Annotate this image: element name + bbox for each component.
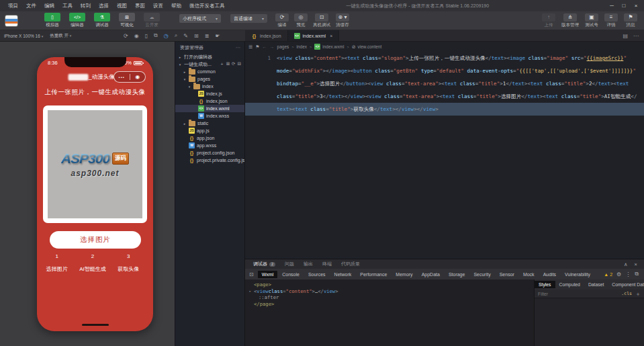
capsule-menu[interactable]: ••• ◉ — [113, 71, 146, 83]
devtools-tab-AppData[interactable]: AppData — [418, 271, 444, 278]
new-folder-icon[interactable]: ⊞ — [226, 61, 230, 67]
wxml-node[interactable]: <page> — [249, 282, 534, 288]
tree-item-project.private.config.js...[interactable]: {}project.private.config.js... — [175, 157, 244, 164]
toggle-云开发[interactable]: ☁云开发 — [142, 13, 162, 28]
styles-tab-Component Data[interactable]: Component Data — [608, 281, 644, 288]
devtools-tab-Performance[interactable]: Performance — [356, 271, 391, 278]
tree-item-project.config.json[interactable]: {}project.config.json — [175, 149, 244, 157]
menu-item-选择[interactable]: 选择 — [95, 1, 113, 11]
devtools-tab-Network[interactable]: Network — [330, 271, 356, 278]
maximize-icon[interactable]: □ — [618, 3, 629, 9]
choose-image-button[interactable]: 选择图片 — [50, 231, 141, 249]
devtools-tab-Console[interactable]: Console — [278, 271, 304, 278]
code-line[interactable]: mode="widthFix"></image><button class="g… — [245, 64, 644, 77]
tree-item-index.js[interactable]: JSindex.js — [175, 90, 244, 97]
layout-icon[interactable]: ≣ — [205, 33, 210, 39]
wxml-node[interactable]: ▸<view class="content">…</view> — [249, 288, 534, 295]
menu-item-工具[interactable]: 工具 — [58, 1, 77, 11]
expand-arrow-icon[interactable]: ▾ — [183, 77, 187, 81]
devtools-tab-Security[interactable]: Security — [469, 271, 494, 278]
bookmark-icon[interactable]: ⚑ — [255, 44, 259, 50]
menu-item-微信开发者工具[interactable]: 微信开发者工具 — [185, 1, 229, 11]
menu-icon[interactable]: ☰ — [248, 44, 252, 50]
pointer-icon[interactable]: ☛ — [215, 33, 220, 39]
expand-arrow-icon[interactable]: ▸ — [183, 122, 187, 126]
panel-tab-调试器[interactable]: 调试器2 — [249, 261, 279, 267]
panel-tab-代码质量[interactable]: 代码质量 — [337, 261, 364, 267]
menu-item-设置[interactable]: 设置 — [149, 1, 167, 11]
component-panel-icon[interactable]: ⊞ — [194, 33, 199, 39]
breadcrumb-item-index[interactable]: index — [297, 44, 308, 49]
filter-input[interactable] — [538, 292, 621, 296]
devtools-tab-Audits[interactable]: Audits — [539, 271, 560, 278]
详情-button[interactable]: ≡详情 — [604, 13, 618, 28]
code-editor[interactable]: 1<view class="content"><text class="slog… — [245, 52, 644, 259]
menu-item-编辑[interactable]: 编辑 — [40, 1, 58, 11]
tree-item-static[interactable]: ▸static — [175, 120, 244, 127]
gear-icon[interactable]: ⚙ — [616, 271, 621, 277]
devtools-tab-Sources[interactable]: Sources — [304, 271, 330, 278]
wxml-node[interactable]: ::after — [249, 294, 534, 301]
expand-arrow-icon[interactable]: ▾ — [187, 85, 191, 89]
expand-arrow-icon[interactable]: ▸ — [249, 288, 254, 295]
code-line[interactable]: class="title">3</text></view><view class… — [245, 90, 644, 103]
breadcrumb-item-pages[interactable]: pages — [277, 44, 289, 49]
hot-reload-toggle[interactable]: 热重载 开 ▾ — [50, 33, 71, 39]
menu-item-项目[interactable]: 项目 — [4, 1, 22, 11]
breadcrumb-item-view.content[interactable]: ⊘view.content — [352, 44, 382, 50]
restart-icon[interactable]: ⟳ — [124, 33, 128, 39]
tree-item-app.wxss[interactable]: Wapp.wxss — [175, 142, 244, 149]
new-file-icon[interactable]: ＋ — [220, 61, 224, 67]
panel-tab-问题[interactable]: 问题 — [281, 261, 298, 267]
wxml-tree[interactable]: <page>▸<view class="content">…</view>::a… — [245, 279, 534, 346]
close-icon[interactable]: × — [330, 34, 332, 38]
mode-select[interactable]: 小程序模式▾ — [179, 14, 221, 23]
kebab-menu-icon[interactable]: ⋮ — [625, 271, 631, 277]
toggle-编辑器[interactable]: </>编辑器 — [67, 13, 87, 28]
audits-icon[interactable]: ✎ — [183, 33, 188, 39]
more-icon[interactable]: ••• — [114, 75, 130, 79]
refresh-icon[interactable]: ⟳ — [232, 61, 235, 67]
tree-item-index[interactable]: ▾index — [175, 83, 244, 90]
compile-icon[interactable]: ◉ — [134, 33, 139, 39]
time-machine-icon[interactable]: ◷ — [164, 33, 169, 39]
menu-item-文件[interactable]: 文件 — [22, 1, 40, 11]
tree-item-index.wxss[interactable]: Windex.wxss — [175, 112, 244, 120]
more-icon[interactable]: ⋯ — [236, 45, 240, 50]
compile-select[interactable]: 普通编译▾ — [230, 14, 267, 23]
device-icon[interactable]: ▯ — [145, 33, 148, 39]
expand-arrow-icon[interactable]: ▾ — [178, 62, 182, 67]
真机调试-button[interactable]: ⊡真机调试 — [313, 13, 330, 28]
styles-tab-Dataset[interactable]: Dataset — [584, 281, 608, 288]
collapse-panel-icon[interactable]: ∧ — [621, 261, 631, 267]
split-editor-icon[interactable]: ▤ — [623, 33, 628, 39]
code-line[interactable]: 1<view class="content"><text class="slog… — [245, 52, 644, 64]
消息-button[interactable]: ⚑消息 — [624, 13, 637, 28]
menu-item-帮助[interactable]: 帮助 — [167, 1, 185, 11]
tree-item-index.json[interactable]: {}index.json — [175, 97, 244, 105]
styles-tab-Styles[interactable]: Styles — [535, 281, 555, 288]
more-actions-icon[interactable]: ⋯ — [633, 33, 639, 39]
tree-item-pages[interactable]: ▾pages — [175, 75, 244, 83]
tree-item-common[interactable]: ▸common — [175, 68, 244, 75]
预览-button[interactable]: ◎预览 — [294, 13, 308, 28]
exit-icon[interactable]: ◉ — [130, 74, 146, 80]
code-line[interactable]: bindtap="__e">选择图片</button><view class="… — [245, 77, 644, 90]
toggle-模拟器[interactable]: ▯模拟器 — [42, 13, 62, 28]
warning-indicator[interactable]: ▲2 — [604, 272, 612, 277]
device-select[interactable]: iPhone X 100% 16 ▾ — [4, 34, 43, 38]
tree-item-一键生成动...[interactable]: ▾一键生成动...＋⊞⟳⊟ — [175, 60, 244, 68]
devtools-tab-Storage[interactable]: Storage — [445, 271, 469, 278]
close-icon[interactable]: × — [631, 3, 641, 9]
devtools-tab-Vulnerability[interactable]: Vulnerability — [561, 271, 594, 278]
编译-button[interactable]: ⟳编译 — [275, 13, 289, 28]
dock-side-icon[interactable]: ⧉ — [635, 271, 639, 277]
menu-item-转到[interactable]: 转到 — [77, 1, 95, 11]
forward-icon[interactable]: → — [270, 44, 275, 49]
back-icon[interactable]: ← — [263, 44, 267, 49]
menu-item-界面[interactable]: 界面 — [131, 1, 149, 11]
wxml-node[interactable]: </page> — [249, 301, 534, 308]
devtools-tab-Memory[interactable]: Memory — [392, 271, 416, 278]
search-icon[interactable]: ⌕ — [175, 32, 177, 39]
tree-item-app.js[interactable]: JSapp.js — [175, 127, 244, 134]
